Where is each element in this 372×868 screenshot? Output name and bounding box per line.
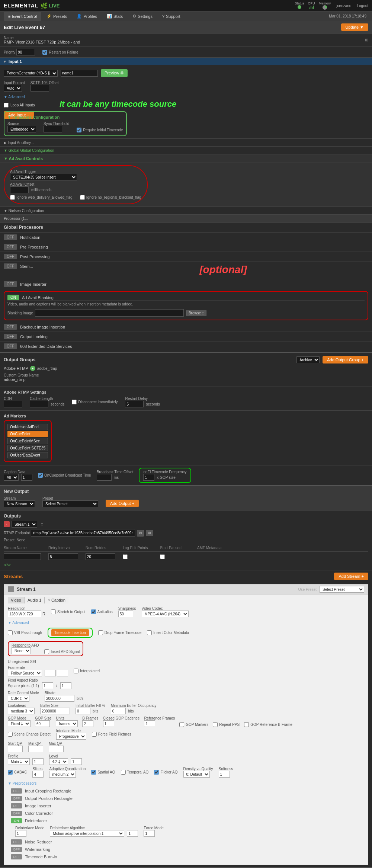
initial-buffer-input[interactable]	[76, 708, 90, 714]
restart-delay-input[interactable]	[125, 401, 144, 407]
nav-profiles[interactable]: 👤 Profiles	[72, 12, 102, 21]
use-preset-select[interactable]: Select Preset	[320, 586, 364, 593]
retry-interval-input[interactable]	[48, 553, 78, 560]
watermarking-toggle[interactable]: OFF	[11, 847, 22, 852]
noise-reducer-toggle[interactable]: OFF	[11, 839, 22, 845]
broadcast-time-input[interactable]	[97, 474, 112, 481]
output-locking-toggle[interactable]: OFF	[4, 334, 17, 339]
add-output-group-button[interactable]: Add Output Group +	[323, 356, 368, 363]
units-select[interactable]: frames	[56, 720, 78, 727]
deinterlace-mode-input[interactable]	[15, 830, 26, 837]
stretch-output-checkbox[interactable]	[51, 609, 56, 614]
start-qp-input[interactable]	[8, 746, 23, 752]
timecode-section-header[interactable]: ▼ Timecode Configuration	[7, 115, 123, 119]
anti-alias-checkbox[interactable]	[91, 609, 96, 614]
profile-select[interactable]: Main ‡	[8, 758, 30, 765]
pattern-generator-select[interactable]: PatternGenerator (HD-S §	[4, 70, 58, 77]
scte-section-header[interactable]: ▶ Input Ancillary...	[0, 139, 372, 147]
ad-avail-header[interactable]: ▼ Ad Avail Controls	[0, 154, 372, 163]
input-format-select[interactable]: Auto	[4, 85, 22, 92]
ad-avail-trigger-select[interactable]: SCTE104/35 Splice insert	[10, 174, 77, 180]
pixel-ratio2-input[interactable]	[60, 682, 71, 689]
caption-data-input[interactable]	[21, 474, 32, 481]
gop-mode-select[interactable]: Fixed ‡	[8, 720, 31, 727]
cdn-input[interactable]	[4, 401, 22, 407]
pre-processing-toggle[interactable]: OFF	[4, 244, 17, 250]
output-position-toggle[interactable]: OFF	[11, 796, 22, 801]
spatial-aq-checkbox[interactable]	[91, 770, 96, 775]
image-inserter-preproc-toggle[interactable]: OFF	[11, 803, 22, 808]
interpolated-checkbox[interactable]	[74, 669, 78, 673]
framerate-num-input[interactable]	[45, 670, 56, 676]
stem-toggle[interactable]: OFF	[4, 263, 17, 269]
global-config-header[interactable]: ▼ Global Global Configuration	[0, 147, 372, 154]
stream1-select[interactable]: Stream 1	[12, 521, 37, 528]
vbi-passthrough-checkbox[interactable]	[8, 630, 13, 635]
deinterlace-algo-num[interactable]	[127, 830, 138, 837]
gop-markers-checkbox[interactable]	[179, 722, 184, 727]
loop-all-inputs-checkbox[interactable]	[4, 103, 9, 108]
tab-video[interactable]: Video	[8, 597, 25, 603]
gop-size-input[interactable]	[35, 720, 50, 727]
num-retries-input[interactable]	[86, 553, 115, 560]
density-quality-select[interactable]: 0: Default	[183, 771, 210, 778]
video-codec-select[interactable]: MPEG-4 AVC (H.264)	[142, 611, 189, 617]
ad-avail-offset-input[interactable]	[10, 186, 29, 193]
level-num-input[interactable]	[71, 758, 82, 765]
oncuepoint-broadcast-checkbox[interactable]	[38, 473, 43, 478]
nav-settings[interactable]: ⚙ Settings	[128, 12, 157, 21]
archive-select[interactable]: Archive	[296, 356, 320, 363]
adaptive-quant-select[interactable]: medium 2	[49, 771, 76, 778]
lookahead-select[interactable]: medium 3	[8, 708, 35, 714]
input-name-field[interactable]	[61, 70, 98, 77]
resolution-input[interactable]	[8, 611, 41, 617]
ignore-web-checkbox[interactable]	[10, 195, 15, 200]
log-edit-points-checkbox[interactable]	[123, 554, 128, 559]
insert-color-checkbox[interactable]	[147, 630, 152, 635]
preprocessors-toggle[interactable]: ▼ Preprocessors	[8, 779, 364, 787]
repeat-pps-checkbox[interactable]	[213, 722, 218, 727]
nav-support[interactable]: ? Support	[158, 12, 185, 21]
browse-button[interactable]: Browse □	[186, 310, 206, 316]
pixel-ratio1-input[interactable]	[42, 682, 53, 689]
image-inserter-toggle[interactable]: OFF	[4, 281, 17, 287]
level-select[interactable]: 4.2 ‡	[49, 758, 68, 765]
scte104-input[interactable]	[31, 85, 49, 92]
notification-toggle[interactable]: OFF	[4, 234, 17, 240]
rtmp-endpoint-input[interactable]	[31, 529, 135, 537]
timecode-burnin-toggle[interactable]: OFF	[11, 854, 22, 859]
sync-threshold-input[interactable]	[44, 126, 62, 132]
closed-cadence-input[interactable]	[103, 720, 114, 727]
nav-event-control[interactable]: ≡ Event Control	[4, 12, 41, 21]
softness-input[interactable]	[219, 771, 230, 778]
temporal-aq-checkbox[interactable]	[121, 770, 126, 775]
ad-marker-onuserdataevent[interactable]: OnUserDataEvent	[7, 452, 48, 458]
cabac-checkbox[interactable]	[8, 770, 13, 775]
stream-name-input[interactable]	[4, 553, 41, 560]
update-button[interactable]: Update ▼	[341, 23, 368, 31]
ad-marker-oncuepoint-msec[interactable]: OnCuePointMSec	[7, 438, 48, 444]
add-stream-button[interactable]: Add Stream +	[334, 573, 368, 580]
caption-data-select[interactable]: All	[4, 474, 19, 481]
restart-checkbox[interactable]	[42, 50, 47, 55]
min-qp-input[interactable]	[28, 746, 43, 752]
insert-afd-checkbox[interactable]	[44, 649, 49, 654]
start-paused-checkbox[interactable]	[160, 554, 165, 559]
slices-input[interactable]	[32, 771, 44, 778]
framerate-select[interactable]: Follow Source	[8, 670, 42, 676]
rtmp-settings-button[interactable]: ⊕	[146, 530, 153, 536]
flicker-aq-checkbox[interactable]	[154, 770, 159, 775]
interlace-select[interactable]: Progressive	[56, 733, 86, 740]
stream1-collapse-button[interactable]: -	[8, 586, 14, 592]
gop-reference-checkbox[interactable]	[244, 722, 249, 727]
blanking-image-input[interactable]	[35, 309, 184, 317]
bitrate-input[interactable]	[45, 695, 74, 702]
ad-marker-oncuepoint-scte35[interactable]: OnCuePoint SCTE35	[7, 445, 48, 451]
require-initial-checkbox[interactable]	[77, 128, 81, 132]
extended-data-toggle[interactable]: OFF	[4, 343, 17, 349]
force-mode-input[interactable]	[144, 830, 155, 837]
tab-caption[interactable]: ○ Caption	[45, 597, 68, 603]
color-corrector-toggle[interactable]: OFF	[11, 811, 22, 816]
onfi-freq-input[interactable]	[143, 474, 154, 481]
drop-frame-checkbox[interactable]	[98, 630, 103, 635]
